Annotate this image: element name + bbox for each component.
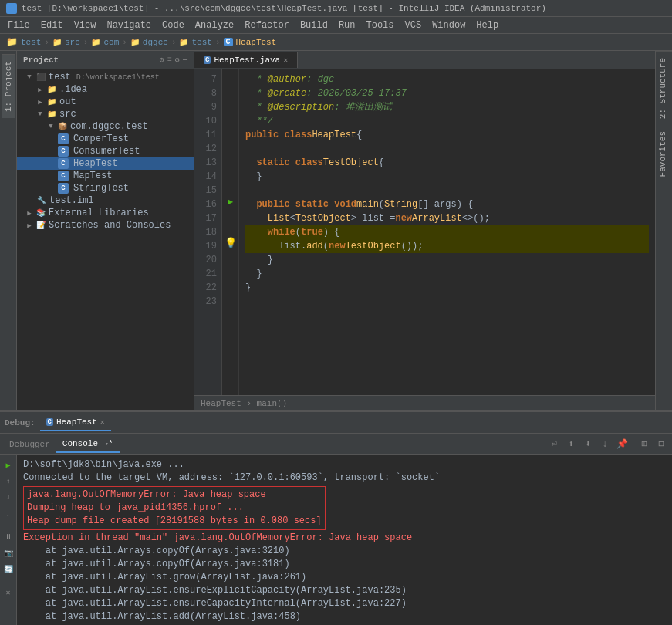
tree-label-heap: HeapTest: [73, 158, 118, 169]
menu-analyze[interactable]: Analyze: [191, 19, 238, 32]
menu-build[interactable]: Build: [295, 19, 333, 32]
panel-action-settings[interactable]: ⚙: [160, 56, 164, 65]
debug-btn-stop[interactable]: ⬆: [2, 475, 15, 488]
toolbar-btn-wrap[interactable]: ⏎: [546, 437, 562, 452]
title-text: test [D:\workspace1\test] - ...\src\com\…: [22, 4, 546, 13]
file-tree: ▼ ⬛ test D:\workspace1\test ▶ 📁 .idea ▶ …: [17, 69, 194, 410]
breadcrumb-heaptest[interactable]: HeapTest: [236, 38, 277, 47]
breadcrumb-test[interactable]: test: [21, 38, 41, 47]
tree-item-test[interactable]: ▼ ⬛ test D:\workspace1\test: [17, 71, 194, 83]
toolbar-btn-pin[interactable]: 📌: [614, 437, 630, 452]
debug-btn-play[interactable]: ▶: [2, 458, 15, 472]
folder-idea-icon: 📁: [46, 84, 57, 95]
tree-item-string[interactable]: C StringTest: [17, 182, 194, 194]
package-icon: 📦: [57, 121, 68, 132]
menu-run[interactable]: Run: [334, 19, 360, 32]
tree-label-package: com.dggcc.test: [70, 121, 148, 132]
java-icon-string: C: [58, 183, 69, 194]
tree-label-idea: .idea: [59, 84, 87, 95]
project-icon: ⬛: [35, 72, 46, 83]
run-gutter-16[interactable]: ▶: [222, 194, 238, 208]
tree-arrow-scratch: ▶: [25, 221, 33, 230]
code-line-7: * @author: dgc: [245, 73, 649, 86]
breadcrumb-src[interactable]: src: [65, 38, 80, 47]
tree-label-map: MapTest: [73, 171, 112, 181]
gutter: ▶ 💡: [222, 69, 239, 395]
menu-edit[interactable]: Edit: [36, 19, 68, 32]
tree-item-comper[interactable]: C ComperTest: [17, 133, 194, 145]
tree-item-out[interactable]: ▶ 📁 out: [17, 96, 194, 108]
tree-item-ext[interactable]: ▶ 📚 External Libraries: [17, 207, 194, 219]
toolbar-btn-filter[interactable]: ⊟: [653, 437, 669, 452]
scratch-icon: 📝: [35, 220, 46, 231]
menu-help[interactable]: Help: [471, 19, 503, 32]
code-line-18: while (true) {: [245, 225, 649, 239]
code-line-21: }: [245, 267, 649, 281]
menu-refactor[interactable]: Refactor: [240, 19, 294, 32]
editor-tab-heaptest[interactable]: C HeapTest.java ✕: [194, 52, 298, 68]
debug-tab-heaptest[interactable]: C HeapTest ✕: [40, 414, 111, 431]
menu-view[interactable]: View: [69, 19, 101, 32]
tree-label-comper: ComperTest: [73, 133, 129, 144]
tree-item-src[interactable]: ▼ 📁 src: [17, 108, 194, 120]
tree-label-string: StringTest: [73, 183, 129, 194]
menu-vcs[interactable]: VCS: [400, 19, 427, 32]
code-line-14: }: [245, 170, 649, 184]
panel-action-minimize[interactable]: —: [183, 56, 187, 65]
code-line-15: [245, 184, 649, 198]
right-tab-favorites[interactable]: Favorites: [656, 125, 672, 183]
tree-item-map[interactable]: C MapTest: [17, 170, 194, 182]
right-tab-structure[interactable]: 2: Structure: [656, 51, 672, 125]
toolbar-btn-up[interactable]: ⬆: [563, 437, 579, 452]
code-line-16: public static void main(String[] args) {: [245, 198, 649, 211]
debug-subtab-debugger[interactable]: Debugger: [3, 437, 56, 452]
folder-src-icon: 📁: [46, 109, 57, 120]
tree-arrow-package: ▼: [47, 123, 55, 130]
code-content[interactable]: * @author: dgc * @create: 2020/03/25 17:…: [239, 69, 655, 395]
toolbar-btn-down[interactable]: ⬇: [580, 437, 596, 452]
tree-item-iml[interactable]: 🔧 test.iml: [17, 194, 194, 207]
debug-btn-pause[interactable]: ⬇: [2, 491, 15, 505]
error-box: java.lang.OutOfMemoryError: Java heap sp…: [23, 486, 326, 530]
iml-icon: 🔧: [36, 195, 47, 206]
folder-out-icon: 📁: [46, 96, 57, 107]
tab-close-heaptest[interactable]: ✕: [283, 56, 288, 65]
title-bar: test [D:\workspace1\test] - ...\src\com\…: [0, 0, 672, 17]
menu-navigate[interactable]: Navigate: [102, 19, 156, 32]
code-line-11: public class HeapTest {: [245, 128, 649, 142]
ext-icon: 📚: [35, 208, 46, 218]
debug-btn-close[interactable]: ✕: [2, 586, 15, 600]
tree-item-consumer[interactable]: C ConsumerTest: [17, 145, 194, 157]
code-line-13: static class TestObject {: [245, 156, 649, 170]
debug-btn-rerun[interactable]: 🔄: [2, 562, 15, 576]
tree-item-idea[interactable]: ▶ 📁 .idea: [17, 83, 194, 96]
tree-item-scratch[interactable]: ▶ 📝 Scratches and Consoles: [17, 219, 194, 231]
left-sidebar-tabs: 1: Project: [0, 51, 17, 410]
code-line-12: [245, 142, 649, 156]
breadcrumb-dggcc[interactable]: dggcc: [143, 38, 168, 47]
tree-label-consumer: ConsumerTest: [73, 146, 140, 157]
tree-label-scratch: Scratches and Consoles: [49, 220, 171, 231]
menu-code[interactable]: Code: [157, 19, 189, 32]
debug-subtab-console[interactable]: Console →*: [56, 436, 120, 453]
tree-item-heap[interactable]: C HeapTest: [17, 157, 194, 170]
breadcrumb-com[interactable]: com: [103, 38, 119, 47]
tab-label-heaptest: HeapTest.java: [214, 56, 280, 65]
menu-tools[interactable]: Tools: [362, 19, 399, 32]
tree-arrow-src: ▼: [36, 110, 44, 118]
tree-item-package[interactable]: ▼ 📦 com.dggcc.test: [17, 120, 194, 133]
debug-tab-close[interactable]: ✕: [100, 417, 105, 427]
sidebar-tab-project[interactable]: 1: Project: [2, 54, 15, 118]
toolbar-btn-table[interactable]: ⊞: [637, 437, 652, 452]
debug-btn-camera[interactable]: 📷: [2, 546, 15, 560]
debug-btn-settings[interactable]: ⏸: [2, 530, 15, 544]
console-line-exception: Exception in thread "main" java.lang.Out…: [23, 532, 666, 545]
panel-action-gear[interactable]: ⚙: [175, 56, 180, 65]
project-panel: Project ⚙ ≡ ⚙ — ▼ ⬛ test D:\workspace1\t…: [17, 51, 194, 410]
debug-btn-resume[interactable]: ↓: [2, 507, 15, 521]
menu-window[interactable]: Window: [427, 19, 470, 32]
panel-action-layout[interactable]: ≡: [167, 56, 172, 65]
menu-file[interactable]: File: [3, 19, 35, 32]
breadcrumb-test2[interactable]: test: [191, 38, 211, 47]
toolbar-btn-scrolldown[interactable]: ↓: [597, 437, 613, 452]
